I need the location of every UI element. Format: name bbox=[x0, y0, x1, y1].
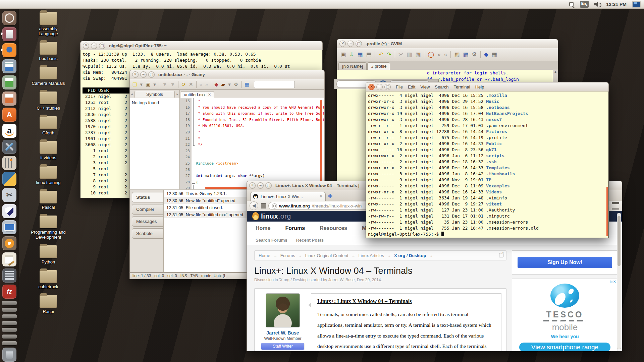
external-link-icon[interactable] bbox=[499, 253, 503, 257]
subnav-link-search-forums[interactable]: Search Forums bbox=[256, 238, 287, 243]
dock-item-amazon[interactable]: a bbox=[1, 123, 17, 139]
undo-icon[interactable]: ↶ bbox=[378, 51, 383, 58]
window-stack-item[interactable] bbox=[2, 328, 17, 332]
desktop-icon-pascal[interactable]: Pascal bbox=[30, 191, 67, 210]
close-icon[interactable]: ✕ bbox=[368, 84, 375, 90]
dock-item-shield[interactable] bbox=[1, 203, 17, 219]
close-icon[interactable]: ✕ bbox=[132, 71, 139, 78]
post-title[interactable]: Linux+: Linux X Window 04 – Terminals bbox=[317, 298, 495, 304]
breadcrumb-home[interactable]: Home bbox=[259, 253, 270, 258]
desktop-icon-camera-manuals[interactable]: Camera Manuals bbox=[30, 67, 67, 86]
gvim-tab-noname[interactable]: [No Name] bbox=[338, 62, 367, 70]
dock-item-writer[interactable] bbox=[1, 58, 17, 74]
close-icon[interactable]: ✕ bbox=[319, 194, 323, 199]
find-next-icon[interactable]: » bbox=[437, 51, 440, 58]
build-dropdown-icon[interactable]: ▾ bbox=[228, 81, 231, 88]
back-button[interactable]: ◀ bbox=[250, 201, 258, 210]
back-icon[interactable]: « bbox=[200, 81, 202, 88]
close-icon[interactable]: ✕ bbox=[189, 81, 193, 88]
jump-tag-icon[interactable]: ◆ bbox=[484, 51, 488, 58]
tab-untitled-cxx[interactable]: untitled.cxx ✕ bbox=[181, 91, 214, 98]
compile-icon[interactable]: ◆ bbox=[214, 81, 218, 88]
menu-item-edit[interactable]: Edit bbox=[408, 84, 415, 89]
desktop-icon-cubietruck[interactable]: cubietruck bbox=[30, 270, 67, 289]
window-stack-item[interactable] bbox=[2, 321, 17, 325]
menu-item-file[interactable]: File bbox=[396, 84, 403, 89]
window-stack-item[interactable] bbox=[2, 314, 17, 318]
chevron-left-icon[interactable]: ◂ bbox=[130, 92, 134, 96]
subnav-link-recent-posts[interactable]: Recent Posts bbox=[296, 238, 324, 243]
minimize-icon[interactable]: – bbox=[91, 43, 97, 49]
minimize-icon[interactable]: – bbox=[140, 71, 147, 78]
tab-compiler[interactable]: Compiler bbox=[132, 204, 163, 215]
site-logo[interactable]: linux.org bbox=[261, 212, 291, 220]
window-stack-item[interactable] bbox=[2, 301, 17, 305]
dock-item-tools[interactable] bbox=[1, 139, 17, 155]
terminal-ls-content[interactable]: drwx------ 4 nigel nigel 4096 Dec 16 15:… bbox=[366, 92, 609, 238]
close-icon[interactable]: ✕ bbox=[339, 41, 346, 47]
load-session-icon[interactable]: ▨ bbox=[454, 51, 460, 58]
page-scrollbar[interactable] bbox=[617, 213, 621, 349]
nav-link-resources[interactable]: Resources bbox=[320, 225, 347, 231]
find-replace-icon[interactable]: ◯ bbox=[428, 51, 434, 58]
window-stack-item[interactable] bbox=[2, 335, 17, 339]
page-icon[interactable] bbox=[261, 203, 266, 208]
keyboard-layout-indicator[interactable]: En1 bbox=[580, 1, 589, 8]
terminal-ls-titlebar[interactable]: ✕ – ▢ FileEditViewSearchTerminalHelp bbox=[366, 82, 609, 92]
chevron-right-icon[interactable]: ▸ bbox=[175, 92, 179, 96]
ad-cta-button[interactable]: View smartphone range bbox=[519, 343, 610, 351]
signup-button[interactable]: Sign Up Now! bbox=[518, 257, 612, 268]
breadcrumb-x-org-desktop[interactable]: X org / Desktop bbox=[394, 253, 426, 258]
dock-item-python[interactable] bbox=[1, 171, 17, 187]
copy-icon[interactable]: ▥ bbox=[407, 51, 412, 58]
desktop-icon-gforth[interactable]: Gforth bbox=[30, 116, 67, 135]
maximize-icon[interactable]: ▢ bbox=[265, 182, 272, 189]
dock-item-calc[interactable] bbox=[1, 74, 17, 90]
terminal-scrollbar[interactable] bbox=[606, 187, 608, 236]
new-dropdown-icon[interactable]: ▾ bbox=[140, 81, 143, 88]
dock-item-firefox[interactable] bbox=[1, 42, 17, 58]
dock-item-impress[interactable] bbox=[1, 90, 17, 107]
desktop-icon-it-videos[interactable]: it videos bbox=[30, 141, 67, 160]
menu-item-terminal[interactable]: Terminal bbox=[454, 84, 470, 89]
find-prev-icon[interactable]: « bbox=[444, 51, 447, 58]
desktop-icon-linux-training[interactable]: linux training bbox=[30, 166, 67, 185]
dock-item-files[interactable] bbox=[1, 26, 17, 42]
maximize-icon[interactable]: ▢ bbox=[356, 41, 362, 47]
desktop-icon-bbc-basic[interactable]: bbc basic bbox=[30, 42, 67, 61]
dock-item-cd[interactable] bbox=[1, 235, 17, 251]
search-input[interactable] bbox=[254, 81, 295, 88]
grid-icon[interactable]: ▦ bbox=[492, 51, 497, 58]
dock-item-notes[interactable] bbox=[1, 251, 17, 267]
minimize-icon[interactable]: – bbox=[257, 182, 264, 189]
close-icon[interactable]: ✕ bbox=[83, 43, 89, 49]
gvim-tab-profile[interactable]: ./.profile bbox=[367, 62, 390, 70]
browser-tab[interactable]: Linux+: Linux X Win... ✕ bbox=[250, 192, 326, 201]
terminal-ls-window[interactable]: ✕ – ▢ FileEditViewSearchTerminalHelp drw… bbox=[366, 82, 609, 238]
avatar[interactable] bbox=[266, 293, 300, 327]
desktop-icon-c-studies[interactable]: C++ studies bbox=[30, 92, 67, 111]
nav-link-forums[interactable]: Forums bbox=[285, 225, 305, 231]
volume-icon[interactable] bbox=[594, 2, 601, 7]
breadcrumb-linux-original-content[interactable]: Linux Original Content bbox=[305, 253, 348, 258]
save-session-icon[interactable]: ▩ bbox=[463, 51, 468, 58]
maximize-icon[interactable]: ▢ bbox=[148, 71, 155, 78]
dock-item-software[interactable]: A bbox=[1, 107, 17, 123]
author-name[interactable]: Jarret W. Buse bbox=[266, 330, 299, 336]
adchoices-icon[interactable]: ▷✕ bbox=[610, 280, 616, 284]
revert-icon[interactable]: ⟳ bbox=[181, 81, 186, 88]
terminal-top-titlebar[interactable]: ✕ – ▢ nigel@nigel-OptiPlex-755: ~ bbox=[80, 41, 323, 50]
maximize-icon[interactable]: ▢ bbox=[384, 84, 391, 90]
save-as-icon[interactable]: ▦ bbox=[357, 51, 363, 58]
tray-pin-icon[interactable] bbox=[569, 1, 575, 7]
run-ctags-icon[interactable]: ⚙ bbox=[472, 51, 477, 58]
close-icon[interactable]: ✕ bbox=[208, 93, 211, 97]
dock-item-ubuntu[interactable] bbox=[1, 10, 17, 26]
paste-icon[interactable]: ▧ bbox=[415, 51, 421, 58]
breadcrumb-linux-articles[interactable]: Linux Articles bbox=[358, 253, 384, 258]
dock-item-trash[interactable] bbox=[1, 347, 17, 362]
desktop-icon-programming-and-development[interactable]: Programming and Development bbox=[30, 216, 67, 240]
shell-prompt[interactable]: nigel@nigel-OptiPlex-755:~$ bbox=[368, 231, 606, 237]
dock-item-filezilla[interactable]: fz bbox=[1, 284, 17, 300]
breadcrumb-forums[interactable]: Forums bbox=[280, 253, 295, 258]
